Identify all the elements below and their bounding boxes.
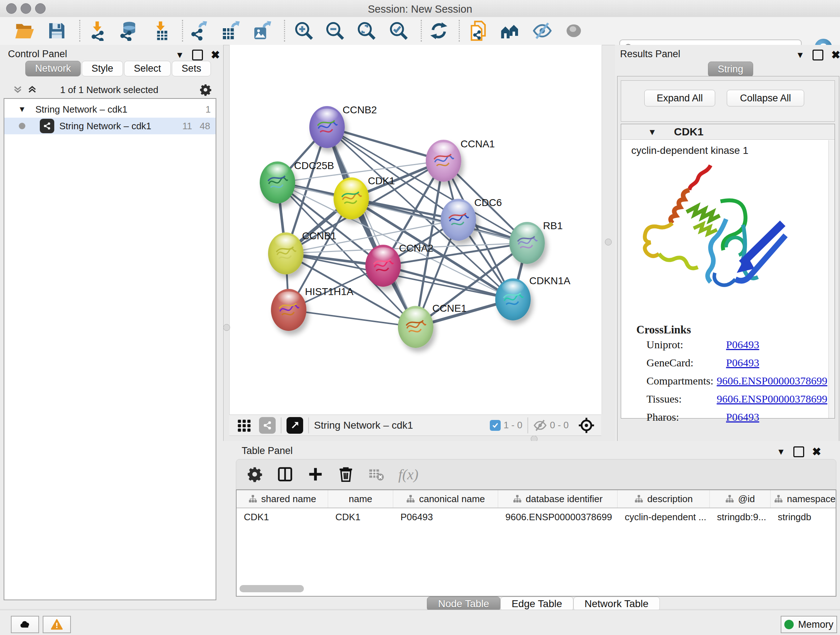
column-header-namespace[interactable]: namespace [771, 490, 836, 508]
panel-close-icon[interactable]: ✖ [831, 49, 840, 61]
first-neighbors-icon[interactable] [500, 21, 521, 41]
table-row[interactable]: CDK1CDK1P064939606.ENSP00000378699cyclin… [237, 508, 836, 526]
cloud-status-button[interactable] [11, 616, 39, 633]
tab-sets[interactable]: Sets [172, 61, 211, 76]
network-row-selected[interactable]: String Network – cdk1 11 48 [4, 118, 216, 134]
network-node-RB1[interactable] [509, 222, 545, 264]
import-network-file-icon[interactable] [88, 21, 108, 41]
memory-button[interactable]: Memory [781, 616, 837, 633]
tab-string[interactable]: String [708, 62, 753, 77]
tab-network[interactable]: Network [25, 61, 81, 76]
save-session-icon[interactable] [47, 21, 67, 41]
delete-column-icon[interactable] [338, 466, 354, 483]
node-label-CDKN1A: CDKN1A [529, 275, 570, 287]
panel-menu-icon[interactable]: ▼ [796, 50, 805, 60]
create-column-icon[interactable] [307, 466, 324, 483]
network-node-CDC6[interactable] [441, 199, 476, 241]
birds-eye-grid-icon[interactable] [237, 418, 252, 433]
network-node-CCNA1[interactable] [426, 140, 461, 182]
network-collection-row[interactable]: ▼ String Network – cdk1 1 [4, 101, 216, 118]
gene-section-header[interactable]: ▼ CDK1 [621, 124, 835, 140]
network-node-CDKN1A[interactable] [495, 279, 531, 320]
network-node-CCNB2[interactable] [309, 106, 345, 148]
crosslink-link[interactable]: 9606.ENSP00000378699 [717, 375, 827, 387]
crosslink-link[interactable]: P06493 [726, 339, 759, 351]
network-node-HIST1H1A[interactable] [271, 289, 306, 331]
panel-close-icon[interactable]: ✖ [211, 49, 220, 61]
network-node-CDC25B[interactable] [260, 162, 295, 203]
crosslink-link[interactable]: 9606.ENSP00000378699 [717, 393, 827, 405]
export-image-icon[interactable] [252, 21, 272, 41]
tab-select[interactable]: Select [124, 61, 171, 76]
open-in-window-icon[interactable] [286, 417, 303, 434]
table-cell[interactable]: cyclin-dependent ... [617, 508, 710, 526]
column-header-database-identifier[interactable]: database identifier [498, 490, 617, 508]
zoom-fit-icon[interactable] [356, 21, 377, 41]
tab-style[interactable]: Style [82, 61, 123, 76]
network-options-gear-icon[interactable] [199, 83, 212, 96]
table-cell[interactable]: stringdb [771, 508, 836, 526]
tree-expander-icon[interactable]: ▼ [18, 105, 26, 114]
table-cell[interactable]: P06493 [393, 508, 498, 526]
open-session-icon[interactable] [14, 21, 35, 41]
left-splitter-handle[interactable] [223, 324, 230, 331]
node-highlight [340, 180, 363, 193]
import-table-icon[interactable] [151, 21, 172, 41]
network-node-CCNB1[interactable] [268, 233, 303, 274]
refresh-view-icon[interactable] [429, 21, 449, 41]
table-cell[interactable]: CDK1 [328, 508, 393, 526]
new-network-from-selection-icon[interactable] [468, 21, 488, 41]
show-columns-icon[interactable] [277, 466, 294, 483]
import-network-database-icon[interactable] [118, 21, 139, 41]
zoom-selected-icon[interactable] [388, 21, 409, 41]
warnings-button[interactable] [43, 616, 71, 633]
export-network-icon[interactable] [188, 21, 209, 41]
results-vertical-scrollbar[interactable] [829, 140, 835, 418]
zoom-out-icon[interactable] [325, 21, 345, 41]
network-list: ▼ String Network – cdk1 1 String Network… [4, 98, 216, 600]
table-cell[interactable]: CDK1 [237, 508, 328, 526]
panel-float-icon[interactable] [793, 447, 804, 457]
toolbar-separator [284, 20, 285, 42]
expand-all-button[interactable]: Expand All [644, 90, 715, 106]
hide-selected-icon[interactable] [532, 21, 553, 41]
network-list-header: 1 of 1 Network selected [4, 82, 215, 97]
crosslink-link[interactable]: P06493 [726, 411, 759, 423]
table-cell[interactable]: 9606.ENSP00000378699 [498, 508, 617, 526]
collapse-all-button[interactable]: Collapse All [727, 90, 804, 106]
network-node-CCNA2[interactable] [365, 245, 401, 287]
tab-network-table[interactable]: Network Table [573, 597, 660, 611]
zoom-in-icon[interactable] [294, 21, 314, 41]
column-header-shared-name[interactable]: shared name [237, 490, 328, 508]
network-node-CDK1[interactable] [333, 177, 369, 219]
panel-float-icon[interactable] [813, 50, 823, 60]
table-horizontal-scrollbar[interactable] [240, 585, 304, 592]
section-expander-icon[interactable]: ▼ [648, 127, 657, 137]
network-node-CCNE1[interactable] [398, 306, 433, 348]
tab-node-table[interactable]: Node Table [427, 597, 500, 611]
panel-close-icon[interactable]: ✖ [812, 445, 821, 458]
column-header-name[interactable]: name [328, 490, 393, 508]
column-header--id[interactable]: @id [710, 490, 771, 508]
network-edge[interactable] [289, 310, 416, 327]
memory-status-dot [784, 620, 794, 629]
show-all-icon[interactable] [564, 21, 584, 41]
selected-checkbox-icon[interactable] [490, 420, 501, 431]
window-title: Session: New Session [0, 3, 840, 15]
memory-label: Memory [798, 619, 834, 630]
export-table-icon[interactable] [220, 21, 240, 41]
panel-menu-icon[interactable]: ▼ [777, 447, 785, 457]
right-splitter-handle[interactable] [605, 239, 612, 245]
column-header-description[interactable]: description [617, 490, 710, 508]
network-canvas[interactable]: CCNB2CCNA1CDC25BCDK1CDC6RB1CCNB1CCNA2CDK… [229, 45, 602, 415]
column-network-icon [774, 494, 783, 504]
tab-edge-table[interactable]: Edge Table [500, 597, 573, 611]
panel-menu-icon[interactable]: ▼ [175, 50, 184, 60]
string-badge-icon[interactable] [259, 417, 276, 434]
column-header-canonical-name[interactable]: canonical name [393, 490, 498, 508]
panel-float-icon[interactable] [192, 50, 203, 60]
crosslink-link[interactable]: P06493 [726, 356, 759, 369]
table-options-gear-icon[interactable] [246, 466, 263, 483]
table-cell[interactable]: stringdb:9... [710, 508, 771, 526]
fit-selected-crosshair-icon[interactable] [578, 417, 595, 434]
